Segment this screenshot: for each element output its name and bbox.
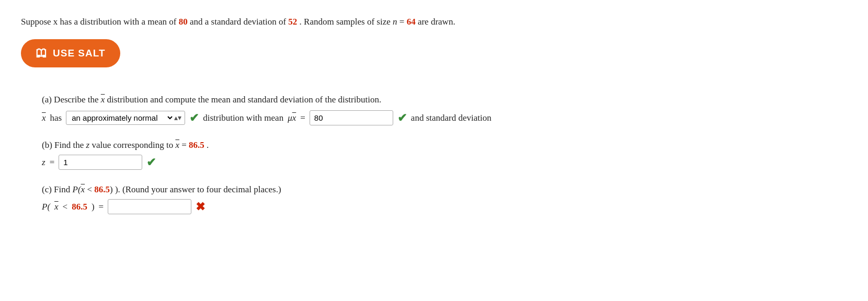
part-c-row: P(x < 86.5) = ✖ [42,199,847,214]
x-bar-label-a: x [101,95,105,105]
period-b: . [207,140,209,150]
less-than-c: < [85,184,94,194]
has-text: has [50,113,62,123]
distribution-text: distribution with mean [203,113,283,123]
salt-icon: 🕮 [36,47,48,60]
z-var-label: z [86,140,92,150]
mu-xbar-symbol: μx [288,113,296,123]
problem-statement: Suppose x has a distribution with a mean… [21,15,847,29]
z-input[interactable] [59,155,142,170]
intro-text: Suppose x has a distribution with a mean… [21,17,176,27]
probability-input[interactable] [108,199,191,214]
part-b-label: (b) Find the z value corresponding to x … [42,140,847,150]
p-symbol: P( [73,184,81,194]
part-a-check-icon: ✔ [189,111,199,125]
equals: = [399,17,405,27]
p-equals-sign: = [99,202,104,212]
x-bar-inline: x [42,113,46,123]
x-value-c: 86.5 [94,184,110,194]
dropdown-arrow-icon: ▴▾ [174,113,181,122]
equals-sign-a: = [300,113,305,123]
x-bar-c: x [81,184,85,194]
distribution-dropdown-container[interactable]: an approximately normal an exact normal … [66,111,185,125]
and-std-text: and standard deviation [411,113,492,123]
part-c-section: (c) Find P(x < 86.5) ). (Round your answ… [42,184,847,214]
n-var: n [393,17,397,27]
p-label-start: P( [42,202,50,212]
std-value: 52 [288,17,297,27]
x-bar-b: x [175,140,179,150]
use-salt-label: USE SALT [53,48,106,59]
distribution-dropdown[interactable]: an approximately normal an exact normal … [70,113,174,123]
mean-input[interactable] [310,110,393,125]
part-a-section: (a) Describe the x distribution and comp… [42,95,847,125]
less-than-c2: < [63,202,68,212]
end-text2: are drawn. [418,17,455,27]
mean-check-icon: ✔ [397,111,407,125]
x-value-b: 86.5 [189,140,204,150]
end-text: . Random samples of size [300,17,391,27]
use-salt-button[interactable]: 🕮 USE SALT [21,39,120,67]
part-c-label: (c) Find P(x < 86.5) ). (Round your answ… [42,184,847,195]
part-b-section: (b) Find the z value corresponding to x … [42,140,847,170]
probability-check-icon: ✖ [196,200,205,214]
mean-value: 80 [179,17,188,27]
z-label: z [42,157,45,168]
part-a-label: (a) Describe the x distribution and comp… [42,95,847,105]
equals-b: = [181,140,189,150]
z-row: z = ✔ [42,155,847,170]
middle-text: and a standard deviation of [190,17,286,27]
z-equals: = [50,157,55,168]
n-value: 64 [407,17,416,27]
part-a-row: x has an approximately normal an exact n… [42,110,847,125]
z-check-icon: ✔ [146,156,156,169]
x-val-c2: 86.5 [72,202,87,212]
x-bar-c2: x [54,202,59,212]
